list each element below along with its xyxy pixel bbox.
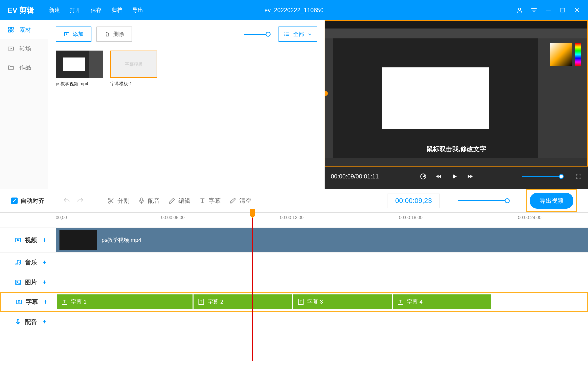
ruler-tick: 00:00:12,00 <box>280 215 304 220</box>
playhead[interactable] <box>252 213 253 361</box>
preview-viewport[interactable]: 鼠标双击我,修改文字 <box>325 20 588 167</box>
preview-time-display: 00:00:09/00:01:11 <box>331 173 379 180</box>
subtitle-track-content[interactable]: T 字幕-1 T 字幕-2 T 字幕-3 T 字幕-4 <box>57 293 587 311</box>
minimize-button[interactable] <box>545 7 552 14</box>
media-label: ps教学视频.mp4 <box>56 81 103 87</box>
forward-button[interactable] <box>467 173 474 180</box>
track-row-video: 视频 + ps教学视频.mp4 <box>0 228 588 252</box>
clear-button[interactable]: 清空 <box>229 197 251 205</box>
user-icon[interactable] <box>516 7 523 14</box>
voiceover-track-content[interactable] <box>56 312 588 332</box>
menu-open[interactable]: 打开 <box>70 6 81 14</box>
track-label: 图片 <box>25 278 37 286</box>
ruler-tick: 00:00:18,00 <box>399 215 422 220</box>
video-track-content[interactable]: ps教学视频.mp4 <box>56 228 588 252</box>
edit-button[interactable]: 编辑 <box>168 197 190 205</box>
timeline-ruler[interactable]: 00,00 00:00:06,00 00:00:12,00 00:00:18,0… <box>0 213 588 228</box>
video-clip[interactable]: ps教学视频.mp4 <box>56 228 588 252</box>
add-track-button[interactable]: + <box>44 298 47 306</box>
subtitle-clip[interactable]: T 字幕-2 <box>194 294 293 309</box>
track-header-music: 音乐 + <box>0 258 56 266</box>
clip-label: 字幕-4 <box>407 298 423 306</box>
menu-export[interactable]: 导出 <box>132 6 143 14</box>
add-track-button[interactable]: + <box>43 318 46 326</box>
tool-label: 字幕 <box>209 197 221 205</box>
scissors-icon <box>108 197 114 204</box>
tool-label: 编辑 <box>178 197 190 205</box>
add-label: 添加 <box>73 30 84 38</box>
sidebar-label: 转场 <box>19 45 31 53</box>
pencil-icon <box>168 197 175 204</box>
subtitle-button[interactable]: 字幕 <box>199 197 221 205</box>
media-grid: ps教学视频.mp4 字幕模板 字幕模板-1 <box>56 51 317 87</box>
content-toolbar: 添加 删除 全部 <box>56 27 317 42</box>
sidebar-tab-material[interactable]: 素材 <box>0 20 48 39</box>
clip-label: 字幕-2 <box>208 298 224 306</box>
preview-mock-toolbar <box>325 29 587 38</box>
close-button[interactable] <box>574 7 581 14</box>
media-item-subtitle-template[interactable]: 字幕模板 字幕模板-1 <box>110 51 157 87</box>
preview-canvas-area <box>333 38 538 158</box>
menu-icon[interactable] <box>531 7 537 14</box>
svg-rect-45 <box>17 319 19 322</box>
tool-label: 分割 <box>117 197 129 205</box>
menu-new[interactable]: 新建 <box>49 6 60 14</box>
music-icon <box>15 259 21 266</box>
menu-save[interactable]: 保存 <box>91 6 102 14</box>
list-icon <box>284 31 289 37</box>
filter-label: 全部 <box>293 30 304 38</box>
play-button[interactable] <box>451 173 458 180</box>
video-icon <box>15 237 21 243</box>
add-button[interactable]: 添加 <box>56 27 91 42</box>
rewind-button[interactable] <box>435 173 442 180</box>
svg-rect-8 <box>8 27 10 29</box>
delete-button[interactable]: 删除 <box>96 27 132 42</box>
playhead-handle[interactable] <box>250 209 255 216</box>
sidebar-tab-works[interactable]: 作品 <box>0 58 48 77</box>
redo-button[interactable] <box>77 197 84 204</box>
color-picker-mock <box>550 43 572 66</box>
tool-label: 配音 <box>148 197 160 205</box>
filter-dropdown[interactable]: 全部 <box>279 27 317 42</box>
text-badge-icon: T <box>298 299 304 305</box>
auto-align-checkbox[interactable]: ✓ 自动对齐 <box>11 197 44 205</box>
timeline-zoom-slider[interactable] <box>458 200 508 201</box>
content-panel: 添加 删除 全部 ps教学视频.mp4 <box>48 20 325 189</box>
loop-button[interactable] <box>420 173 427 180</box>
export-video-button[interactable]: 导出视频 <box>530 193 573 209</box>
track-header-video: 视频 + <box>0 236 56 244</box>
music-track-content[interactable] <box>56 253 588 272</box>
track-header-voiceover: 配音 + <box>0 318 56 326</box>
history-buttons <box>63 197 84 204</box>
preview-subtitle-caption: 鼠标双击我,修改文字 <box>426 145 486 153</box>
timecode-display[interactable]: 00:00:09,23 <box>388 194 440 208</box>
maximize-button[interactable] <box>559 7 566 14</box>
volume-slider[interactable] <box>522 176 562 177</box>
add-track-button[interactable]: + <box>43 236 46 244</box>
add-track-button[interactable]: + <box>43 278 46 286</box>
text-badge-icon: T <box>198 299 204 305</box>
main-area: 素材 转场 作品 添加 删除 <box>0 20 588 189</box>
voiceover-button[interactable]: 配音 <box>138 197 160 205</box>
preview-trim-handle-left[interactable] <box>325 91 328 96</box>
track-row-image: 图片 + <box>0 272 588 292</box>
mic-icon <box>138 197 145 204</box>
svg-rect-10 <box>8 30 10 32</box>
add-track-button[interactable]: + <box>43 258 46 266</box>
folder-icon <box>7 64 14 71</box>
preview-controls: 00:00:09/00:01:11 <box>325 167 588 186</box>
media-item-video[interactable]: ps教学视频.mp4 <box>56 51 103 87</box>
image-track-content[interactable] <box>56 272 588 292</box>
thumbnail-zoom-slider[interactable] <box>244 34 269 35</box>
split-button[interactable]: 分割 <box>108 197 129 205</box>
undo-button[interactable] <box>63 197 70 204</box>
subtitle-clip[interactable]: T 字幕-4 <box>393 294 492 309</box>
fullscreen-button[interactable] <box>575 173 582 180</box>
svg-marker-38 <box>18 239 19 241</box>
sidebar-tab-transition[interactable]: 转场 <box>0 39 48 58</box>
subtitle-icon: T <box>16 299 22 305</box>
project-title: ev_20220222_110650 <box>264 7 324 14</box>
subtitle-clip[interactable]: T 字幕-3 <box>293 294 392 309</box>
subtitle-clip[interactable]: T 字幕-1 <box>57 294 193 309</box>
menu-archive[interactable]: 归档 <box>112 6 122 14</box>
